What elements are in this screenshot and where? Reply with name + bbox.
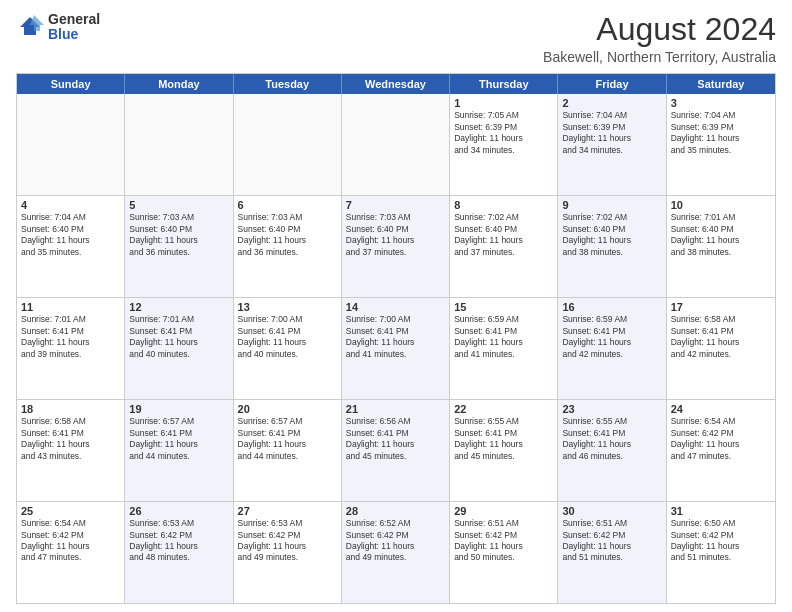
cell-text: Sunrise: 6:59 AM Sunset: 6:41 PM Dayligh… [454, 314, 553, 360]
cell-text: Sunrise: 7:03 AM Sunset: 6:40 PM Dayligh… [129, 212, 228, 258]
cal-header-cell: Sunday [17, 74, 125, 94]
cal-cell: 14Sunrise: 7:00 AM Sunset: 6:41 PM Dayli… [342, 298, 450, 399]
cal-cell: 1Sunrise: 7:05 AM Sunset: 6:39 PM Daylig… [450, 94, 558, 195]
cal-cell: 31Sunrise: 6:50 AM Sunset: 6:42 PM Dayli… [667, 502, 775, 603]
day-number: 7 [346, 199, 445, 211]
cell-text: Sunrise: 7:01 AM Sunset: 6:40 PM Dayligh… [671, 212, 771, 258]
cal-week-row: 25Sunrise: 6:54 AM Sunset: 6:42 PM Dayli… [17, 502, 775, 603]
cal-cell: 18Sunrise: 6:58 AM Sunset: 6:41 PM Dayli… [17, 400, 125, 501]
cell-text: Sunrise: 6:56 AM Sunset: 6:41 PM Dayligh… [346, 416, 445, 462]
day-number: 19 [129, 403, 228, 415]
cal-cell: 30Sunrise: 6:51 AM Sunset: 6:42 PM Dayli… [558, 502, 666, 603]
cal-header-cell: Tuesday [234, 74, 342, 94]
cell-text: Sunrise: 6:53 AM Sunset: 6:42 PM Dayligh… [129, 518, 228, 564]
day-number: 30 [562, 505, 661, 517]
day-number: 16 [562, 301, 661, 313]
cal-header-cell: Monday [125, 74, 233, 94]
subtitle: Bakewell, Northern Territory, Australia [543, 49, 776, 65]
day-number: 29 [454, 505, 553, 517]
cal-header-cell: Thursday [450, 74, 558, 94]
day-number: 14 [346, 301, 445, 313]
cal-week-row: 1Sunrise: 7:05 AM Sunset: 6:39 PM Daylig… [17, 94, 775, 196]
day-number: 11 [21, 301, 120, 313]
day-number: 21 [346, 403, 445, 415]
cal-cell [125, 94, 233, 195]
cal-cell: 17Sunrise: 6:58 AM Sunset: 6:41 PM Dayli… [667, 298, 775, 399]
page: General Blue August 2024 Bakewell, North… [0, 0, 792, 612]
cell-text: Sunrise: 7:03 AM Sunset: 6:40 PM Dayligh… [346, 212, 445, 258]
cell-text: Sunrise: 6:55 AM Sunset: 6:41 PM Dayligh… [562, 416, 661, 462]
cal-header-cell: Friday [558, 74, 666, 94]
cell-text: Sunrise: 6:52 AM Sunset: 6:42 PM Dayligh… [346, 518, 445, 564]
day-number: 9 [562, 199, 661, 211]
cal-cell: 5Sunrise: 7:03 AM Sunset: 6:40 PM Daylig… [125, 196, 233, 297]
cell-text: Sunrise: 7:04 AM Sunset: 6:39 PM Dayligh… [671, 110, 771, 156]
cell-text: Sunrise: 6:54 AM Sunset: 6:42 PM Dayligh… [21, 518, 120, 564]
day-number: 26 [129, 505, 228, 517]
cal-week-row: 18Sunrise: 6:58 AM Sunset: 6:41 PM Dayli… [17, 400, 775, 502]
cell-text: Sunrise: 7:02 AM Sunset: 6:40 PM Dayligh… [562, 212, 661, 258]
title-section: August 2024 Bakewell, Northern Territory… [543, 12, 776, 65]
cell-text: Sunrise: 7:01 AM Sunset: 6:41 PM Dayligh… [129, 314, 228, 360]
logo-text: General Blue [48, 12, 100, 43]
cal-cell: 24Sunrise: 6:54 AM Sunset: 6:42 PM Dayli… [667, 400, 775, 501]
cal-cell: 16Sunrise: 6:59 AM Sunset: 6:41 PM Dayli… [558, 298, 666, 399]
cell-text: Sunrise: 6:59 AM Sunset: 6:41 PM Dayligh… [562, 314, 661, 360]
cal-cell: 8Sunrise: 7:02 AM Sunset: 6:40 PM Daylig… [450, 196, 558, 297]
cal-cell: 3Sunrise: 7:04 AM Sunset: 6:39 PM Daylig… [667, 94, 775, 195]
logo: General Blue [16, 12, 100, 43]
cal-cell: 4Sunrise: 7:04 AM Sunset: 6:40 PM Daylig… [17, 196, 125, 297]
cell-text: Sunrise: 6:57 AM Sunset: 6:41 PM Dayligh… [238, 416, 337, 462]
main-title: August 2024 [543, 12, 776, 47]
cal-cell: 28Sunrise: 6:52 AM Sunset: 6:42 PM Dayli… [342, 502, 450, 603]
day-number: 20 [238, 403, 337, 415]
day-number: 23 [562, 403, 661, 415]
cal-cell: 15Sunrise: 6:59 AM Sunset: 6:41 PM Dayli… [450, 298, 558, 399]
cell-text: Sunrise: 6:58 AM Sunset: 6:41 PM Dayligh… [21, 416, 120, 462]
calendar-header-row: SundayMondayTuesdayWednesdayThursdayFrid… [17, 74, 775, 94]
day-number: 28 [346, 505, 445, 517]
day-number: 3 [671, 97, 771, 109]
calendar: SundayMondayTuesdayWednesdayThursdayFrid… [16, 73, 776, 604]
day-number: 31 [671, 505, 771, 517]
day-number: 2 [562, 97, 661, 109]
day-number: 13 [238, 301, 337, 313]
cell-text: Sunrise: 7:03 AM Sunset: 6:40 PM Dayligh… [238, 212, 337, 258]
cal-cell: 10Sunrise: 7:01 AM Sunset: 6:40 PM Dayli… [667, 196, 775, 297]
day-number: 17 [671, 301, 771, 313]
logo-blue: Blue [48, 27, 100, 42]
cal-cell: 21Sunrise: 6:56 AM Sunset: 6:41 PM Dayli… [342, 400, 450, 501]
cal-cell [234, 94, 342, 195]
cal-cell: 12Sunrise: 7:01 AM Sunset: 6:41 PM Dayli… [125, 298, 233, 399]
calendar-body: 1Sunrise: 7:05 AM Sunset: 6:39 PM Daylig… [17, 94, 775, 603]
day-number: 6 [238, 199, 337, 211]
cell-text: Sunrise: 6:58 AM Sunset: 6:41 PM Dayligh… [671, 314, 771, 360]
cal-cell: 26Sunrise: 6:53 AM Sunset: 6:42 PM Dayli… [125, 502, 233, 603]
day-number: 1 [454, 97, 553, 109]
cal-cell: 29Sunrise: 6:51 AM Sunset: 6:42 PM Dayli… [450, 502, 558, 603]
day-number: 10 [671, 199, 771, 211]
cal-cell: 13Sunrise: 7:00 AM Sunset: 6:41 PM Dayli… [234, 298, 342, 399]
cal-week-row: 11Sunrise: 7:01 AM Sunset: 6:41 PM Dayli… [17, 298, 775, 400]
cal-cell: 9Sunrise: 7:02 AM Sunset: 6:40 PM Daylig… [558, 196, 666, 297]
day-number: 25 [21, 505, 120, 517]
cal-cell: 2Sunrise: 7:04 AM Sunset: 6:39 PM Daylig… [558, 94, 666, 195]
cell-text: Sunrise: 7:05 AM Sunset: 6:39 PM Dayligh… [454, 110, 553, 156]
day-number: 4 [21, 199, 120, 211]
header: General Blue August 2024 Bakewell, North… [16, 12, 776, 65]
cell-text: Sunrise: 7:01 AM Sunset: 6:41 PM Dayligh… [21, 314, 120, 360]
day-number: 22 [454, 403, 553, 415]
day-number: 15 [454, 301, 553, 313]
cal-cell [17, 94, 125, 195]
cell-text: Sunrise: 6:51 AM Sunset: 6:42 PM Dayligh… [454, 518, 553, 564]
cal-week-row: 4Sunrise: 7:04 AM Sunset: 6:40 PM Daylig… [17, 196, 775, 298]
day-number: 27 [238, 505, 337, 517]
cell-text: Sunrise: 6:50 AM Sunset: 6:42 PM Dayligh… [671, 518, 771, 564]
cell-text: Sunrise: 6:53 AM Sunset: 6:42 PM Dayligh… [238, 518, 337, 564]
cal-cell: 11Sunrise: 7:01 AM Sunset: 6:41 PM Dayli… [17, 298, 125, 399]
day-number: 24 [671, 403, 771, 415]
cell-text: Sunrise: 6:54 AM Sunset: 6:42 PM Dayligh… [671, 416, 771, 462]
cell-text: Sunrise: 7:00 AM Sunset: 6:41 PM Dayligh… [346, 314, 445, 360]
cal-cell: 19Sunrise: 6:57 AM Sunset: 6:41 PM Dayli… [125, 400, 233, 501]
cal-cell: 6Sunrise: 7:03 AM Sunset: 6:40 PM Daylig… [234, 196, 342, 297]
